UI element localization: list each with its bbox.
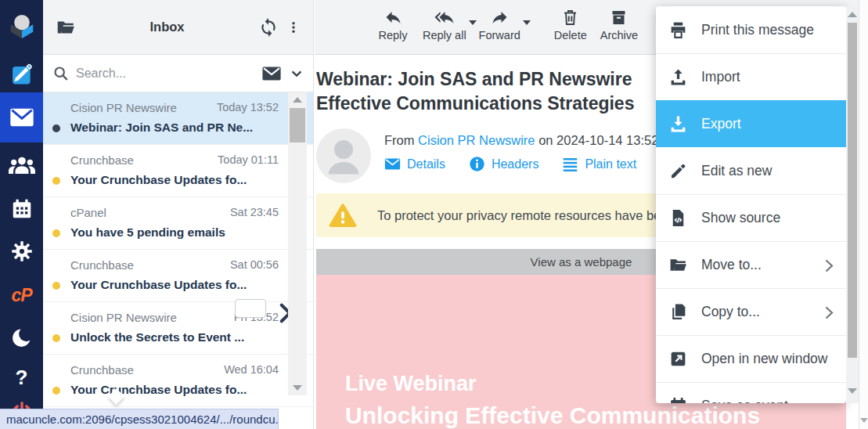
sidebar-item-dark-mode[interactable] (0, 316, 43, 359)
archive-icon (608, 8, 629, 27)
info-circle-icon (469, 156, 485, 172)
scroll-down-arrow-icon[interactable] (848, 388, 857, 394)
archive-button[interactable]: Archive (600, 8, 638, 41)
email-date: Sat 00:56 (230, 258, 279, 271)
open-new-window-icon (668, 349, 688, 369)
email-subject: You have 5 pending emails (70, 225, 299, 240)
app-sidebar: cP ? (0, 0, 43, 429)
banner-line1: Live Webinar (345, 372, 477, 396)
more-options-kebab-icon[interactable] (286, 17, 301, 38)
email-sender: Crunchbase (70, 363, 134, 377)
reply-all-icon (434, 8, 455, 27)
calendar-event-icon (668, 396, 688, 403)
menu-item-export[interactable]: Export (656, 100, 846, 147)
help-icon: ? (16, 366, 28, 390)
email-sender: Crunchbase (70, 153, 134, 167)
delete-trash-icon (560, 8, 581, 27)
sidebar-item-cpanel[interactable]: cP (0, 274, 43, 316)
sidebar-item-help[interactable]: ? (0, 359, 43, 396)
unread-status-dot (52, 334, 60, 342)
menu-item-edit-as-new[interactable]: Edit as new (656, 147, 846, 194)
source-code-file-icon (668, 208, 688, 228)
pencil-icon (668, 161, 688, 181)
email-row[interactable]: Crunchbase Sat 00:56 Your Crunchbase Upd… (43, 250, 313, 302)
headers-link[interactable]: Headers (469, 156, 538, 172)
search-input[interactable] (76, 67, 261, 81)
scroll-up-arrow-icon[interactable] (848, 12, 857, 17)
status-url-text: macuncle.com:2096/cpsess3021004624/.../r… (6, 413, 279, 426)
compose-button[interactable] (0, 56, 43, 92)
email-row[interactable]: cPanel Sat 23:45 You have 5 pending emai… (43, 197, 313, 250)
menu-item-move-to[interactable]: Move to... (656, 241, 846, 288)
folder-open-icon[interactable] (56, 17, 76, 38)
details-link[interactable]: Details (384, 156, 445, 172)
sidebar-item-mail[interactable] (0, 92, 43, 142)
menu-item-show-source[interactable]: Show source (656, 194, 846, 241)
roundcube-logo-icon[interactable] (0, 6, 43, 47)
menu-item-import[interactable]: Import (656, 53, 846, 100)
envelope-icon (384, 156, 401, 172)
email-sender: Cision PR Newswire (70, 101, 177, 114)
search-options-chevron-down-icon[interactable] (290, 67, 304, 81)
list-scrollbar[interactable] (288, 92, 307, 395)
message-list-panel: Inbox Cision PR Newswire Today 13:52 Web… (43, 0, 313, 429)
plain-text-link[interactable]: Plain text (562, 156, 636, 172)
forward-caret-icon[interactable] (523, 20, 531, 25)
list-header: Inbox (43, 0, 313, 55)
import-upload-icon (668, 67, 688, 87)
email-date: Wed 16:04 (224, 363, 279, 376)
refresh-icon[interactable] (258, 17, 279, 38)
sender-link[interactable]: Cision PR Newswire (418, 133, 535, 147)
email-subject: Your Crunchbase Updates fo... (70, 278, 299, 292)
folder-title: Inbox (76, 20, 258, 34)
printer-icon (668, 20, 688, 40)
menu-item-print[interactable]: Print this message (656, 6, 846, 53)
unread-status-dot (52, 177, 60, 185)
scroll-up-arrow-icon[interactable] (293, 97, 302, 103)
email-row[interactable]: Crunchbase Today 01:11 Your Crunchbase U… (43, 145, 313, 197)
delete-button[interactable]: Delete (553, 8, 588, 41)
calendar-icon (10, 197, 34, 221)
menu-item-save-as-event[interactable]: Save as event (656, 382, 846, 403)
scroll-down-arrow-icon[interactable] (293, 385, 302, 391)
list-footer-button[interactable] (235, 299, 266, 318)
scrollbar-thumb[interactable] (848, 23, 857, 358)
settings-gear-icon (10, 240, 34, 263)
scrollbar-thumb[interactable] (290, 108, 305, 142)
email-sender: Cision PR Newswire (70, 311, 177, 324)
email-sender: Crunchbase (70, 258, 134, 272)
plain-text-lines-icon (562, 156, 578, 172)
unread-status-dot (52, 229, 60, 237)
email-subject: Webinar: Join SAS and PR Ne... (70, 121, 299, 135)
email-subject: Your Crunchbase Updates fo... (70, 173, 299, 187)
dark-mode-moon-icon (10, 326, 34, 349)
sidebar-item-calendar[interactable] (0, 188, 43, 230)
status-url-tooltip: macuncle.com:2096/cpsess3021004624/.../r… (0, 409, 279, 429)
reply-all-button[interactable]: Reply all (423, 8, 466, 41)
search-bar (43, 56, 313, 92)
sidebar-item-settings[interactable] (0, 230, 43, 272)
reply-icon (383, 8, 404, 27)
search-icon (52, 65, 70, 82)
message-from-line: From Cision PR Newswire on 2024-10-14 13… (384, 133, 658, 148)
email-date: Sat 23:45 (230, 206, 279, 218)
search-scope-mail-icon[interactable] (261, 66, 282, 81)
read-status-dot (52, 124, 60, 132)
menu-item-copy-to[interactable]: Copy to... (656, 288, 846, 335)
sidebar-item-contacts[interactable] (0, 144, 43, 186)
email-row[interactable]: Crunchbase Wed 16:04 Your Crunchbase Upd… (43, 355, 313, 407)
email-row[interactable]: Cision PR Newswire Today 13:52 Webinar: … (43, 92, 313, 145)
export-download-icon (668, 114, 688, 134)
email-row[interactable]: Cision PR Newswire Fri 13:52 Unlock the … (43, 302, 313, 355)
message-date: on 2024-10-14 13:52 (538, 133, 658, 147)
person-icon (316, 128, 371, 183)
email-date: Today 01:11 (218, 153, 279, 166)
menu-item-open-new-window[interactable]: Open in new window (656, 335, 846, 382)
reply-button[interactable]: Reply (376, 8, 410, 41)
forward-button[interactable]: Forward (479, 8, 520, 41)
menu-scrollbar[interactable] (846, 6, 859, 403)
scroll-down-arrow-icon[interactable] (860, 418, 868, 423)
page-scrollbar[interactable] (859, 0, 868, 429)
reply-all-caret-icon[interactable] (469, 20, 477, 25)
message-links: Details Headers Plain text (384, 156, 636, 172)
